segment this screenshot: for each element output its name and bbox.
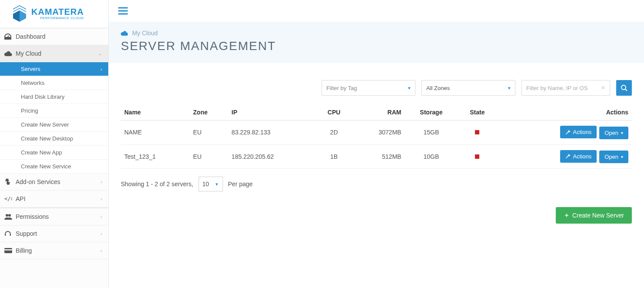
sidebar-subitem-create-new-app[interactable]: Create New App <box>0 146 108 160</box>
cell-ram: 512MB <box>352 144 405 169</box>
column-ip[interactable]: IP <box>228 104 316 121</box>
chevron-right-icon: › <box>100 231 102 236</box>
cell-ip: 185.220.205.62 <box>228 144 316 169</box>
cloud-icon <box>121 30 128 36</box>
sidebar-item-label: Add-on Services <box>16 178 100 185</box>
create-button-label: Create New Server <box>572 212 624 219</box>
breadcrumb: My Cloud <box>121 30 632 37</box>
filter-zone-select[interactable]: All Zones ▾ <box>422 80 515 96</box>
sidebar-subitem-label: Pricing <box>21 107 38 114</box>
sidebar-item-label: API <box>16 195 100 202</box>
open-button[interactable]: Open▾ <box>599 127 628 139</box>
sidebar-subitem-servers[interactable]: Servers› <box>0 62 108 76</box>
page-header: My Cloud SERVER MANAGEMENT <box>109 22 644 63</box>
chevron-down-icon: ▾ <box>216 181 218 187</box>
menu-toggle-icon[interactable] <box>118 7 634 15</box>
column-zone[interactable]: Zone <box>189 104 228 121</box>
column-state[interactable]: State <box>458 104 497 121</box>
chevron-right-icon: › <box>100 196 102 201</box>
sidebar-subitem-hard-disk-library[interactable]: Hard Disk Library <box>0 90 108 104</box>
dashboard-icon <box>4 33 16 40</box>
sidebar: KAMATERA PERFORMANCE CLOUD DashboardMy C… <box>0 0 109 288</box>
cell-zone: EU <box>189 121 228 145</box>
chevron-down-icon: ⌄ <box>98 51 102 57</box>
per-page-label: Per page <box>228 181 253 188</box>
svg-line-5 <box>8 36 9 37</box>
filter-tag-select[interactable]: Filter by Tag ▾ <box>322 80 415 96</box>
servers-table: NameZoneIPCPURAMStorageStateActions NAME… <box>121 104 632 169</box>
breadcrumb-label[interactable]: My Cloud <box>132 30 158 37</box>
sidebar-item-billing[interactable]: Billing› <box>0 242 108 259</box>
page-title: SERVER MANAGEMENT <box>121 39 632 53</box>
sidebar-nav: DashboardMy Cloud⌄Servers›NetworksHard D… <box>0 28 108 259</box>
headset-icon <box>4 230 16 237</box>
actions-button[interactable]: Actions <box>560 150 597 163</box>
search-button[interactable] <box>616 80 632 96</box>
sidebar-subitem-label: Networks <box>21 80 44 86</box>
sidebar-item-label: Dashboard <box>16 33 102 40</box>
sidebar-item-dashboard[interactable]: Dashboard <box>0 28 108 45</box>
sidebar-subitem-label: Hard Disk Library <box>21 94 64 100</box>
column-actions[interactable]: Actions <box>497 104 632 121</box>
column-ram[interactable]: RAM <box>352 104 405 121</box>
open-label: Open <box>604 130 618 136</box>
filter-zone-value: All Zones <box>426 85 450 91</box>
state-indicator-icon <box>475 154 479 159</box>
chevron-right-icon: › <box>100 67 102 72</box>
svg-point-7 <box>6 214 8 217</box>
wrench-icon <box>565 154 571 159</box>
column-name[interactable]: Name <box>121 104 189 121</box>
per-page-select[interactable]: 10 ▾ <box>199 177 223 191</box>
sidebar-item-label: Permissions <box>16 213 100 220</box>
chevron-right-icon: › <box>100 179 102 184</box>
cloud-icon <box>4 51 16 56</box>
sidebar-subitem-create-new-server[interactable]: Create New Server <box>0 118 108 132</box>
actions-label: Actions <box>573 129 592 135</box>
cell-storage: 10GB <box>405 144 458 169</box>
card-icon <box>4 248 16 253</box>
svg-rect-11 <box>4 248 12 253</box>
sidebar-item-add-on-services[interactable]: Add-on Services› <box>0 174 108 191</box>
svg-marker-3 <box>13 10 20 22</box>
sidebar-item-label: Support <box>16 230 100 237</box>
create-new-server-button[interactable]: ＋ Create New Server <box>556 207 632 224</box>
sidebar-subitem-label: Servers <box>21 66 40 72</box>
chevron-right-icon: › <box>100 214 102 219</box>
search-placeholder: Filter by Name, IP or OS <box>526 85 588 91</box>
brand-name: KAMATERA <box>31 7 84 17</box>
cell-cpu: 1B <box>316 144 352 169</box>
chevron-down-icon: ▾ <box>621 131 623 135</box>
open-button[interactable]: Open▾ <box>599 151 628 163</box>
sidebar-item-label: Billing <box>16 247 100 254</box>
open-label: Open <box>604 154 618 160</box>
sidebar-subitem-create-new-desktop[interactable]: Create New Desktop <box>0 132 108 146</box>
svg-point-8 <box>8 214 11 217</box>
sidebar-subitem-pricing[interactable]: Pricing <box>0 104 108 118</box>
chevron-down-icon: ▾ <box>621 154 623 159</box>
actions-button[interactable]: Actions <box>560 126 597 138</box>
column-storage[interactable]: Storage <box>405 104 458 121</box>
filter-search-input[interactable]: Filter by Name, IP or OS ✕ <box>521 80 610 96</box>
svg-rect-9 <box>5 234 6 236</box>
sidebar-subitem-create-new-service[interactable]: Create New Service <box>0 160 108 174</box>
svg-rect-12 <box>4 249 12 251</box>
sidebar-item-api[interactable]: </>API› <box>0 191 108 208</box>
chevron-down-icon: ▾ <box>508 85 511 91</box>
cell-actions: ActionsOpen▾ <box>497 121 632 145</box>
sidebar-subitem-label: Create New Desktop <box>21 135 73 142</box>
plus-icon: ＋ <box>564 211 570 219</box>
sidebar-item-permissions[interactable]: Permissions› <box>0 208 108 225</box>
logo[interactable]: KAMATERA PERFORMANCE CLOUD <box>0 0 108 28</box>
sidebar-item-my-cloud[interactable]: My Cloud⌄ <box>0 45 108 62</box>
cell-actions: ActionsOpen▾ <box>497 144 632 169</box>
cell-state <box>458 144 497 169</box>
cell-storage: 15GB <box>405 121 458 145</box>
filter-tag-placeholder: Filter by Tag <box>326 85 357 91</box>
clear-icon[interactable]: ✕ <box>601 85 605 91</box>
chevron-down-icon: ▾ <box>408 85 411 91</box>
topbar <box>109 0 644 22</box>
column-cpu[interactable]: CPU <box>316 104 352 121</box>
sidebar-subitem-networks[interactable]: Networks <box>0 76 108 90</box>
cell-name: Test_123_1 <box>121 144 189 169</box>
sidebar-item-support[interactable]: Support› <box>0 225 108 242</box>
